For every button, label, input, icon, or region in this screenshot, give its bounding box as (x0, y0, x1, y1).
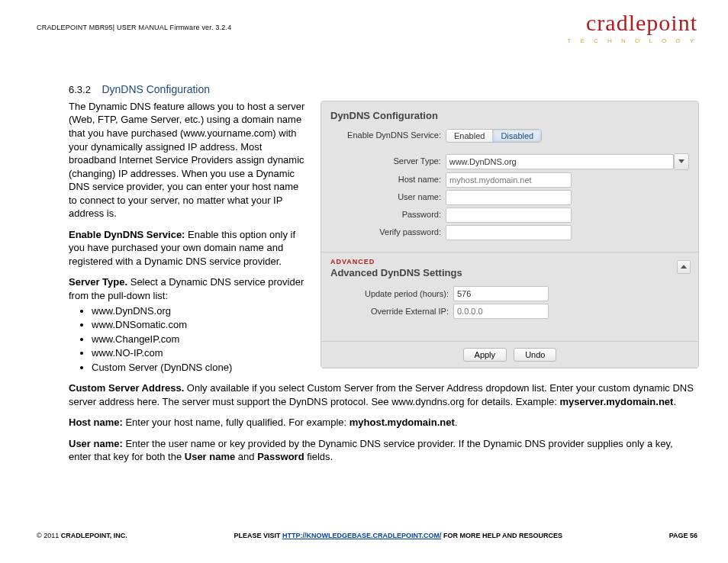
knowledgebase-link[interactable]: HTTP://KNOWLEDGEBASE.CRADLEPOINT.COM/ (282, 532, 442, 539)
override-ip-input[interactable] (453, 304, 549, 319)
user-name-label: User name: (330, 191, 446, 203)
logo-text: cradlepoint (568, 8, 697, 39)
list-item: www.NO-IP.com (92, 346, 309, 360)
verify-password-input[interactable] (446, 225, 572, 240)
advanced-kicker: ADVANCED (330, 257, 689, 266)
enable-service-label: Enable DynDNS Service: (330, 130, 446, 141)
user-name-input[interactable] (446, 190, 572, 205)
list-item: www.DNSomatic.com (92, 318, 309, 332)
server-type-select[interactable] (446, 154, 674, 169)
section-title: DynDNS Configuration (101, 83, 210, 95)
section-number: 6.3.2 (69, 84, 91, 95)
password-label: Password: (330, 209, 446, 220)
dyndns-config-panel: DynDNS Configuration Enable DynDNS Servi… (321, 101, 699, 368)
footer-left: © 2011 CRADLEPOINT, INC. (37, 531, 127, 540)
disabled-button[interactable]: Disabled (493, 130, 541, 142)
update-period-label: Update period (hours): (330, 288, 453, 300)
server-type-dropdown-trigger[interactable] (674, 153, 689, 170)
custom-server-paragraph: Custom Server Address. Only available if… (69, 381, 697, 408)
section-heading: 6.3.2 DynDNS Configuration (69, 82, 697, 97)
brand-logo: cradlepoint T E C H N O L O G Y (568, 8, 697, 45)
provider-list: www.DynDNS.org www.DNSomatic.com www.Cha… (92, 304, 309, 375)
list-item: www.DynDNS.org (92, 304, 309, 318)
doc-header: CRADLEPOINT MBR95| USER MANUAL Firmware … (37, 24, 231, 31)
servertype-label: Server Type. (69, 276, 127, 288)
enable-label: Enable DynDNS Service: (69, 229, 185, 240)
list-item: Custom Server (DynDNS clone) (92, 361, 309, 375)
override-ip-label: Override External IP: (330, 306, 453, 317)
undo-button[interactable]: Undo (514, 348, 556, 362)
enable-paragraph: Enable DynDNS Service: Enable this optio… (69, 228, 309, 269)
update-period-input[interactable] (453, 286, 549, 301)
list-item: www.ChangeIP.com (92, 333, 309, 346)
host-name-input[interactable] (446, 172, 572, 188)
servertype-paragraph: Server Type. Select a Dynamic DNS servic… (69, 275, 309, 302)
page-number: PAGE 56 (669, 531, 697, 540)
username-paragraph: User name: Enter the user name or key pr… (69, 437, 697, 464)
chevron-down-icon (678, 159, 685, 163)
collapse-button[interactable] (677, 260, 691, 274)
footer-center: PLEASE VISIT HTTP://KNOWLEDGEBASE.CRADLE… (234, 531, 562, 540)
advanced-title: Advanced DynDNS Settings (330, 266, 689, 280)
intro-paragraph: The Dynamic DNS feature allows you to ho… (69, 100, 309, 220)
apply-button[interactable]: Apply (463, 348, 507, 362)
logo-subtext: T E C H N O L O G Y (568, 37, 697, 46)
password-input[interactable] (446, 208, 572, 223)
page-footer: © 2011 CRADLEPOINT, INC. PLEASE VISIT HT… (37, 531, 697, 540)
enabled-button[interactable]: Enabled (446, 130, 493, 142)
verify-password-label: Verify password: (330, 227, 446, 238)
host-name-label: Host name: (330, 174, 446, 185)
enable-toggle[interactable]: Enabled Disabled (446, 129, 542, 143)
hostname-paragraph: Host name: Enter your host name, fully q… (69, 416, 697, 429)
chevron-up-icon (681, 265, 687, 269)
server-type-label: Server Type: (330, 156, 446, 167)
panel-title: DynDNS Configuration (330, 109, 689, 123)
